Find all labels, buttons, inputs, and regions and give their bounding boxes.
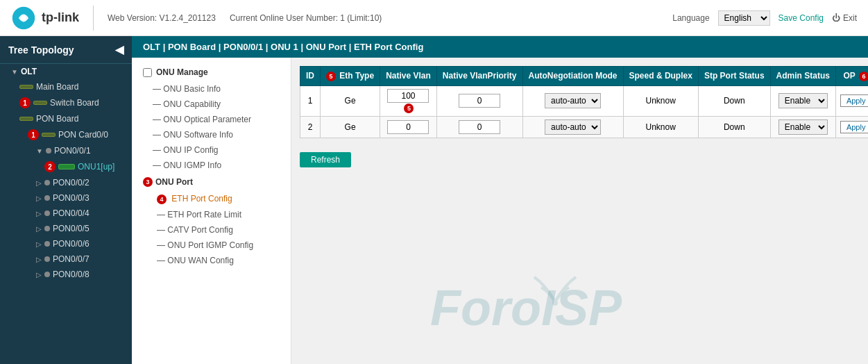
port-dot-006-icon [44,241,50,247]
nav-item-ip-config[interactable]: — ONU IP Config [132,142,291,158]
col-native-vlan: Native Vlan [380,67,437,86]
sidebar-toggle-button[interactable]: ◀ [115,43,124,56]
sidebar-pon008-label: PON0/0/8 [53,270,90,279]
port-dot-008-icon [44,272,50,277]
cell-speed-duplex: Unknow [623,85,698,116]
logo-text: tp-link [42,10,79,25]
pon-board-icon [19,117,33,121]
sidebar-pon001-label: PON0/0/1 [54,146,91,156]
online-user: Current Online User Number: 1 (Limit:10) [230,13,382,23]
badge-2: 2 [44,161,56,172]
cell-auto-neg: auto-auto100-full10-full10-half100-half [522,116,623,138]
port-dot-005-icon [44,226,50,231]
cell-native-vlan-priority [436,116,522,138]
sidebar-onu1-label: ONU1[up] [78,162,114,172]
badge-5: 5 [326,72,336,81]
badge-4: 4 [157,195,167,204]
sidebar-item-pon004[interactable]: ▷ PON0/0/4 [0,206,132,221]
language-select[interactable]: English Chinese [718,10,770,26]
sidebar-item-mainboard[interactable]: Main Board [0,79,132,94]
col-native-vlan-priority: Native VlanPriority [436,67,522,86]
breadcrumb: OLT | PON Board | PON0/0/1 | ONU 1 | ONU… [132,36,868,58]
sidebar-item-switchboard[interactable]: 1 Switch Board [0,94,132,111]
exit-label: Exit [843,13,857,23]
sidebar-item-pon006[interactable]: ▷ PON0/0/6 [0,236,132,251]
nav-item-catv-config[interactable]: — CATV Port Config [132,222,291,238]
nav-item-onu-igmp[interactable]: — ONU Port IGMP Config [132,238,291,253]
expand-arrow-icon: ▼ [11,68,18,76]
onu-icon [58,164,75,169]
expand-pon007-icon: ▷ [36,256,42,263]
nav-item-eth-port-config[interactable]: 4 ETH Port Config [132,191,291,207]
power-icon: ⏻ [832,13,840,23]
expand-pon004-icon: ▷ [36,210,42,217]
cell-stp-status: Down [698,116,770,138]
native-vlan-input[interactable] [387,89,429,103]
auto-neg-select[interactable]: auto-auto100-full10-full10-half100-half [545,119,601,135]
onu-port-section: 3 ONU Port [132,173,291,191]
col-auto-neg: AutoNegotiation Mode [522,67,623,86]
sidebar-pon002-label: PON0/0/2 [53,178,90,188]
cell-stp-status: Down [698,85,770,116]
table-row: 1Ge5auto-auto100-full10-full10-half100-h… [300,85,869,116]
cell-op: Apply [835,116,868,138]
sidebar-item-ponboard[interactable]: PON Board [0,111,132,126]
sidebar-ponboard-label: PON Board [36,114,78,124]
sidebar-title: Tree Topology [8,44,74,56]
sidebar-item-pon001[interactable]: ▼ PON0/0/1 [0,143,132,158]
cell-native-vlan-priority [436,85,522,116]
sidebar-pon003-label: PON0/0/3 [53,193,90,203]
sidebar-switchboard-label: Switch Board [50,98,99,108]
refresh-button[interactable]: Refresh [300,152,351,167]
admin-status-select[interactable]: EnableDisable [778,119,828,135]
sidebar-item-pon002[interactable]: ▷ PON0/0/2 [0,175,132,190]
badge-6: 6 [859,72,868,81]
nav-item-capability[interactable]: — ONU Capability [132,97,291,112]
onu-manage-label: ONU Manage [156,67,208,77]
badge-5-row: 5 [404,104,414,113]
sidebar-item-poncard[interactable]: 1 PON Card0/0 [0,126,132,143]
native-vlan-priority-input[interactable] [459,120,500,134]
nav-item-basic-info[interactable]: — ONU Basic Info [132,81,291,97]
sidebar-item-olt[interactable]: ▼ OLT [0,64,132,79]
apply-button[interactable]: Apply [840,121,868,133]
header: tp-link Web Version: V1.2.4_201123 Curre… [0,0,868,36]
native-vlan-input[interactable] [387,120,429,134]
sidebar-item-pon007[interactable]: ▷ PON0/0/7 [0,251,132,267]
onu-manage-checkbox[interactable] [143,68,152,77]
switch-board-icon [33,101,47,105]
save-config-link[interactable]: Save Config [778,13,824,23]
nav-item-onu-wan[interactable]: — ONU WAN Config [132,253,291,268]
col-op: OP 6 [835,67,868,86]
native-vlan-priority-input[interactable] [459,94,500,108]
language-label: Language [672,13,709,23]
sidebar-item-pon008[interactable]: ▷ PON0/0/8 [0,267,132,282]
sidebar-item-pon005[interactable]: ▷ PON0/0/5 [0,221,132,236]
svg-point-1 [21,15,26,20]
nav-item-software[interactable]: — ONU Software Info [132,127,291,142]
cell-speed-duplex: Unknow [623,116,698,138]
nav-item-igmp-info[interactable]: — ONU IGMP Info [132,158,291,173]
admin-status-select[interactable]: EnableDisable [778,93,828,108]
sidebar-olt-label: OLT [21,67,37,76]
content-body: ONU Manage — ONU Basic Info — ONU Capabi… [132,58,868,364]
cell-auto-neg: auto-auto100-full10-full10-half100-half [522,85,623,116]
sidebar-item-onu1[interactable]: 2 ONU1[up] [0,158,132,175]
badge-1: 1 [19,97,31,108]
cell-id: 1 [300,85,321,116]
exit-button[interactable]: ⏻ Exit [832,13,857,23]
expand-pon001-icon: ▼ [36,147,43,155]
nav-item-optical[interactable]: — ONU Optical Parameter [132,112,291,127]
sidebar-item-pon003[interactable]: ▷ PON0/0/3 [0,190,132,206]
port-dot-004-icon [44,210,50,216]
auto-neg-select[interactable]: auto-auto100-full10-full10-half100-half [545,93,601,108]
expand-pon002-icon: ▷ [36,179,42,187]
nav-item-eth-rate-limit[interactable]: — ETH Port Rate Limit [132,207,291,222]
wifi-watermark-icon [527,267,583,308]
cell-admin-status: EnableDisable [770,85,835,116]
web-version: Web Version: V1.2.4_201123 [108,13,216,23]
expand-pon005-icon: ▷ [36,225,42,233]
port-dot-002-icon [44,180,50,185]
port-dot-003-icon [44,195,50,201]
apply-button[interactable]: Apply [840,94,868,107]
